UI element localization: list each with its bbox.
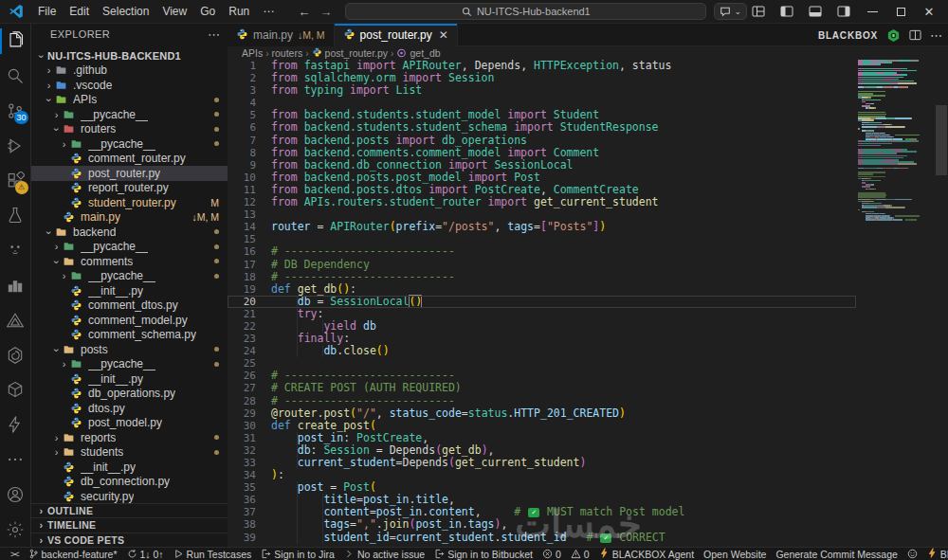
toggle-panel-icon[interactable] <box>804 2 827 21</box>
more-icon[interactable] <box>0 443 31 478</box>
triangle-icon[interactable] <box>0 302 31 337</box>
tree-row[interactable]: comment_schema.py <box>31 328 228 343</box>
scrollbar-thumb[interactable] <box>936 105 947 175</box>
status-smiley[interactable] <box>902 548 922 560</box>
tree-row[interactable]: ›reports <box>31 430 228 445</box>
code-area[interactable]: 1from fastapi import APIRouter, Depends,… <box>228 60 948 547</box>
sidebar-more-icon[interactable]: ⋯ <box>208 27 220 42</box>
tree-row[interactable]: ›posts <box>31 342 228 357</box>
tree-row[interactable]: ›__pycache__ <box>31 269 228 284</box>
blackbox-hexagon-icon[interactable] <box>886 28 901 43</box>
tree-row[interactable]: student_router.pyM <box>31 195 228 210</box>
tree-row[interactable]: ›.github <box>31 63 228 79</box>
tree-row[interactable]: ›__pycache__ <box>31 107 228 122</box>
status-sign-in-to-jira[interactable]: Sign in to Jira <box>256 548 339 560</box>
status-open-website[interactable]: Open Website <box>699 548 771 560</box>
split-editor-icon[interactable] <box>909 29 921 41</box>
breadcrumb-item[interactable]: post_router.py <box>312 47 389 59</box>
menu-edit[interactable]: Edit <box>63 0 96 24</box>
tree-row[interactable]: ›students <box>31 445 228 461</box>
tree-row[interactable]: ›routers <box>31 122 228 137</box>
tree-row[interactable]: ›APIs <box>31 93 228 108</box>
tree-row[interactable]: ›__pycache__ <box>31 136 228 152</box>
settings-icon[interactable] <box>0 512 31 547</box>
tree-row[interactable]: comment_router.py <box>31 152 228 167</box>
run-debug-icon[interactable] <box>0 128 31 163</box>
code-line-24[interactable]: 24 db.close() <box>228 345 856 357</box>
thunder-icon[interactable] <box>0 407 31 443</box>
code-line-3[interactable]: 3from typing import List <box>228 84 856 97</box>
pets-icon[interactable] <box>0 233 31 268</box>
section-vs-code-pets[interactable]: ›VS CODE PETS <box>31 533 228 547</box>
tab-main-py[interactable]: main.py↓M, M <box>228 24 335 46</box>
code-line-39[interactable]: 39 student_id=current_student.student_id… <box>228 532 856 544</box>
tree-row[interactable]: ›comments <box>31 254 228 269</box>
tree-row[interactable]: security.py <box>31 489 228 504</box>
tree-row[interactable]: db_connection.py <box>31 475 228 490</box>
chart-icon[interactable] <box>0 268 31 303</box>
restore-button[interactable] <box>889 2 912 21</box>
tree-row[interactable]: main.py↓M, M <box>31 210 228 226</box>
menu-[interactable]: ⋯ <box>256 0 281 24</box>
tree-row[interactable]: post_router.py <box>31 166 228 181</box>
close-button[interactable]: ✕ <box>918 2 940 21</box>
tree-row[interactable]: post_model.py <box>31 416 228 431</box>
status-remote[interactable]: >< <box>6 548 24 560</box>
section-timeline[interactable]: ›TIMELINE <box>31 517 228 532</box>
breadcrumb-item[interactable]: APIs <box>242 47 263 59</box>
minimize-button[interactable] <box>861 2 884 21</box>
status-backend-feature-[interactable]: backend-feature* <box>24 548 122 560</box>
breadcrumb[interactable]: APIs›routers›post_router.py›get_db <box>228 46 948 60</box>
tree-row[interactable]: __init__.py <box>31 283 228 298</box>
code-line-12[interactable]: 12from APIs.routers.student_router impor… <box>228 196 856 208</box>
minimap[interactable] <box>858 60 935 547</box>
source-control-icon[interactable]: 30 <box>0 94 31 129</box>
tree-row[interactable]: ›__pycache__ <box>31 240 228 255</box>
account-icon[interactable] <box>0 477 31 512</box>
tree-root[interactable]: ›NU-ITCS-HUB-BACKEND1 <box>31 48 228 63</box>
menu-go[interactable]: Go <box>193 0 222 24</box>
status-no-active-issue[interactable]: No active issue <box>339 548 429 560</box>
forward-icon[interactable]: → <box>319 5 332 19</box>
breadcrumb-item[interactable]: get_db <box>396 47 440 59</box>
tree-row[interactable]: comment_model.py <box>31 313 228 328</box>
search-icon[interactable] <box>0 59 31 94</box>
tree-row[interactable]: __init__.py <box>31 371 228 387</box>
back-icon[interactable]: ← <box>298 5 310 19</box>
tree-row[interactable]: dtos.py <box>31 401 228 416</box>
tree-row[interactable]: ›__pycache__ <box>31 357 228 372</box>
scrollbar[interactable] <box>935 60 948 547</box>
cube-icon[interactable] <box>0 372 31 407</box>
status-run-testcases[interactable]: Run Testcases <box>169 548 257 560</box>
tree-row[interactable]: ›.vscode <box>31 78 228 93</box>
close-tab-icon[interactable]: ✕ <box>439 28 448 42</box>
extensions-icon[interactable]: ⚠ <box>0 163 31 198</box>
spiral-icon[interactable] <box>0 337 31 372</box>
tab-post_router-py[interactable]: post_router.py✕ <box>335 24 458 46</box>
code-line-14[interactable]: 14router = APIRouter(prefix="/posts", ta… <box>228 221 856 233</box>
explorer-icon[interactable] <box>0 24 31 59</box>
status-0[interactable]: 0 <box>538 548 566 560</box>
breadcrumb-item[interactable]: routers <box>272 47 303 59</box>
status-0[interactable]: 0 <box>566 548 594 560</box>
tree-row[interactable]: __init__.py <box>31 460 228 475</box>
layout-grid-icon[interactable] <box>747 2 770 21</box>
menu-file[interactable]: File <box>31 0 63 24</box>
command-center-search[interactable]: NU-ITCS-Hub-backend1 <box>345 3 706 20</box>
toggle-sidebar-icon[interactable] <box>775 2 798 21</box>
menu-run[interactable]: Run <box>222 0 256 24</box>
status-blackboxai-open-chat[interactable]: BLACKBOXAI: Open Chat <box>922 548 948 560</box>
tree-row[interactable]: report_router.py <box>31 181 228 196</box>
code-line-21[interactable]: 21 try: <box>228 308 856 320</box>
menu-view[interactable]: View <box>155 0 193 24</box>
testing-icon[interactable] <box>0 198 31 233</box>
section-outline[interactable]: ›OUTLINE <box>31 503 228 517</box>
status-sign-in-to-bitbucket[interactable]: Sign in to Bitbucket <box>429 548 538 560</box>
status-blackbox-agent[interactable]: BLACKBOX Agent <box>594 548 699 560</box>
editor-more-icon[interactable]: ⋯ <box>930 28 942 43</box>
code-line-33[interactable]: 33 current_student=Depends(get_current_s… <box>228 457 856 469</box>
status-generate-commit-message[interactable]: Generate Commit Message <box>771 548 902 560</box>
menu-selection[interactable]: Selection <box>96 0 155 24</box>
status-1-0-[interactable]: 1↓ 0↑ <box>122 548 169 560</box>
tree-row[interactable]: comment_dtos.py <box>31 298 228 314</box>
